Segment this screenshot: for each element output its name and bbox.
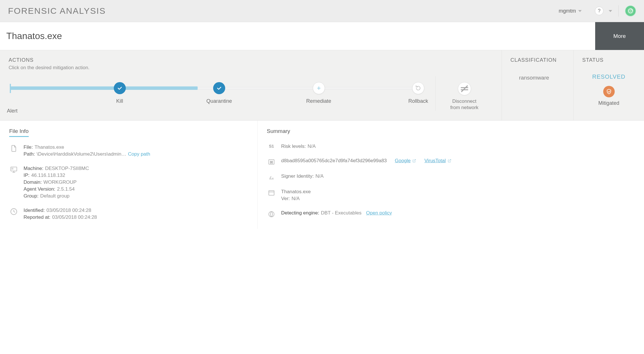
app-name: Thanatos.exe [281, 189, 311, 195]
clock-icon [9, 208, 18, 216]
identified-value: 03/05/2018 00:24:28 [47, 208, 91, 213]
file-value: Thanatos.exe [34, 144, 64, 150]
disconnect-label: Disconnect from network [450, 98, 478, 111]
divider [618, 5, 619, 17]
identified-label: Identified: [24, 208, 45, 213]
signer-label: Signer Identity: [281, 173, 314, 179]
classification-heading: CLASSIFICATION [510, 57, 565, 63]
step-alert[interactable]: Alert [9, 82, 37, 114]
hash-value: d8bad8595a005765dc2e7d9fa74ef3d296e99a83 [281, 158, 387, 164]
file-label: File: [24, 144, 33, 150]
plus-icon [313, 82, 325, 94]
classification-value: ransomware [510, 75, 565, 81]
more-button[interactable]: More [595, 22, 644, 50]
application-icon [267, 189, 276, 197]
external-link-icon [412, 159, 416, 163]
svg-point-15 [269, 212, 274, 217]
brand-logo[interactable] [625, 5, 636, 16]
status-label: Mitigated [598, 100, 619, 106]
engine-value: DBT - Executables [321, 210, 361, 216]
status-heading: STATUS [582, 57, 603, 63]
open-policy-link[interactable]: Open policy [366, 210, 392, 216]
svg-rect-13 [269, 191, 274, 195]
user-name: mgmtm [559, 8, 576, 14]
external-link-icon [448, 159, 452, 163]
group-value: Default group [40, 193, 70, 199]
path-value: \Device\HarddiskVolume2\Users\admin… [37, 151, 126, 157]
ver-label: Ver: [281, 196, 290, 202]
step-kill[interactable]: Kill [103, 82, 137, 114]
domain-label: Domain: [24, 179, 42, 185]
risk-levels-label: Risk levels: [281, 144, 306, 149]
signature-icon [267, 173, 276, 181]
step-kill-label: Kill [116, 98, 123, 104]
help-button[interactable]: ? [595, 7, 603, 15]
reported-value: 03/05/2018 00:24:28 [52, 214, 97, 220]
svg-line-5 [461, 86, 468, 92]
engine-label: Detecting engine: [281, 210, 319, 216]
disconnect-icon [458, 82, 471, 95]
machine-label: Machine: [24, 166, 43, 171]
more-button-label: More [613, 33, 626, 39]
s1-icon: S1 [267, 144, 276, 148]
virustotal-link[interactable]: VirusTotal [424, 158, 451, 164]
domain-value: WORKGROUP [43, 179, 76, 185]
svg-text:H: H [270, 160, 273, 164]
step-remediate-label: Remediate [306, 98, 331, 104]
group-label: Group: [24, 193, 38, 199]
tab-file-info[interactable]: File Info [9, 128, 29, 137]
google-link[interactable]: Google [395, 158, 417, 164]
reported-label: Reported at: [24, 214, 51, 220]
ip-label: IP: [24, 173, 30, 178]
check-icon [213, 82, 225, 94]
hash-icon: H [267, 158, 276, 166]
copy-path-link[interactable]: Copy path [128, 151, 151, 157]
status-resolved: RESOLVED [592, 73, 625, 80]
help-chevron-down-icon[interactable] [609, 10, 612, 12]
rollback-icon [412, 82, 424, 94]
chevron-down-icon [578, 10, 582, 12]
summary-heading: Summary [267, 128, 290, 136]
file-icon [9, 144, 18, 152]
step-rollback[interactable]: Rollback [401, 82, 435, 114]
svg-rect-9 [12, 168, 13, 169]
path-label: Path: [24, 151, 35, 157]
step-rollback-label: Rollback [408, 98, 428, 104]
ip-value: 46.116.118.132 [31, 173, 65, 178]
shield-icon [603, 86, 615, 97]
step-quarantine[interactable]: Quarantine [202, 82, 236, 114]
machine-value: DESKTOP-7SII8MC [45, 166, 89, 171]
engine-icon [267, 210, 276, 218]
actions-subtext: Click on the desired mitigation action. [9, 65, 493, 71]
actions-heading: ACTIONS [9, 57, 493, 63]
step-remediate[interactable]: Remediate [302, 82, 336, 114]
page-title: FORENSIC ANALYSIS [8, 6, 106, 16]
step-quarantine-label: Quarantine [206, 98, 232, 104]
user-menu[interactable]: mgmtm [559, 8, 582, 14]
monitor-icon [9, 166, 18, 174]
risk-levels-value: N/A [308, 144, 316, 149]
disconnect-from-network[interactable]: Disconnect from network [435, 76, 493, 111]
question-icon: ? [598, 8, 600, 14]
step-alert-label: Alert [7, 108, 18, 114]
ver-value: N/A [292, 196, 300, 202]
threat-name: Thanatos.exe [0, 22, 595, 50]
agent-version-value: 2.5.1.54 [57, 186, 75, 192]
check-icon [114, 82, 126, 94]
agent-version-label: Agent Version: [24, 186, 55, 192]
signer-value: N/A [315, 173, 323, 179]
